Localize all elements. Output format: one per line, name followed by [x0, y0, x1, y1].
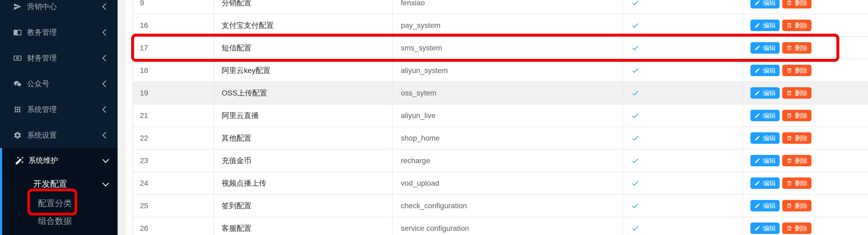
delete-button[interactable]: 删除: [782, 110, 811, 121]
sidebar-item-system-management[interactable]: 系统管理: [0, 97, 118, 122]
sidebar-item-system-settings[interactable]: 系统设置: [0, 122, 118, 148]
edit-button[interactable]: 编辑: [750, 42, 780, 54]
sidebar: 营销中心 教务管理 财务管理 公众号: [0, 0, 118, 235]
delete-button[interactable]: 删除: [782, 223, 811, 234]
content-panel: 9 分销配置 fenxiao 编辑 删除 16 支付宝支付配置 pay_syst…: [126, 0, 868, 235]
edit-button[interactable]: 编辑: [750, 177, 780, 189]
book-icon: [13, 28, 22, 37]
cell-name: 其他配置: [214, 127, 393, 149]
table-row: 19 OSS上传配置 oss_sytem 编辑 删除: [133, 82, 868, 104]
sidebar-item-finance-management[interactable]: 财务管理: [0, 45, 118, 71]
edit-button[interactable]: 编辑: [750, 223, 780, 234]
cell-name: 签到配置: [214, 195, 393, 217]
check-icon: [631, 89, 639, 97]
admin-app: 营销中心 教务管理 财务管理 公众号: [0, 0, 868, 235]
trash-icon: [786, 158, 792, 164]
cell-name: OSS上传配置: [214, 82, 393, 104]
magic-wand-icon: [15, 156, 24, 165]
sidebar-item-combined-data[interactable]: 组合数据: [2, 212, 118, 231]
pencil-icon: [754, 45, 761, 51]
cell-id: 19: [133, 82, 214, 104]
delete-button[interactable]: 删除: [782, 177, 811, 189]
trash-icon: [786, 112, 792, 119]
trash-icon: [786, 135, 792, 141]
sidebar-item-system-maintenance[interactable]: 系统维护: [2, 148, 118, 173]
edit-button[interactable]: 编辑: [750, 65, 780, 76]
cell-name: 支付宝支付配置: [214, 14, 393, 36]
delete-button[interactable]: 删除: [782, 200, 811, 211]
cell-status: [623, 0, 743, 14]
chevron-left-icon: [102, 106, 109, 113]
sidebar-item-marketing-center[interactable]: 营销中心: [0, 0, 118, 20]
delete-button[interactable]: 删除: [782, 0, 811, 8]
edit-button[interactable]: 编辑: [750, 155, 780, 166]
cell-actions: 编辑 删除: [743, 0, 868, 14]
delete-button[interactable]: 删除: [782, 132, 811, 144]
chevron-left-icon: [102, 55, 109, 61]
table-row: 17 短信配置 sms_system 编辑 删除: [133, 37, 868, 59]
sidebar-item-label: 营销中心: [27, 2, 57, 12]
check-icon: [631, 157, 639, 165]
delete-button-label: 删除: [795, 180, 807, 187]
pencil-icon: [754, 135, 761, 141]
edit-button-label: 编辑: [763, 180, 776, 187]
check-icon: [631, 0, 639, 7]
sidebar-item-label: 系统设置: [27, 130, 57, 140]
edit-button-label: 编辑: [763, 203, 776, 209]
chevron-left-icon: [102, 132, 109, 138]
edit-button[interactable]: 编辑: [750, 110, 780, 121]
delete-button-label: 删除: [795, 112, 807, 119]
edit-button[interactable]: 编辑: [750, 0, 780, 8]
sidebar-item-academic-management[interactable]: 教务管理: [0, 20, 118, 45]
cell-status: [623, 37, 743, 59]
edit-button-label: 编辑: [763, 90, 776, 96]
sidebar-item-dev-config[interactable]: 开发配置: [2, 173, 118, 195]
delete-button-label: 删除: [795, 203, 807, 209]
cell-key: fenxiao: [393, 0, 623, 14]
cell-key: recharge: [393, 149, 623, 172]
cell-id: 18: [133, 59, 214, 81]
sidebar-item-config-category[interactable]: 配置分类: [2, 195, 118, 212]
cell-actions: 编辑 删除: [743, 172, 868, 194]
pencil-icon: [754, 225, 761, 231]
edit-button-label: 编辑: [763, 45, 776, 51]
cell-key: vod_upload: [393, 172, 623, 194]
gear-icon: [13, 131, 22, 139]
delete-button-label: 删除: [795, 0, 807, 6]
cell-actions: 编辑 删除: [743, 149, 868, 172]
table-row: 25 签到配置 check_configuration 编辑 删除: [133, 195, 868, 217]
edit-button[interactable]: 编辑: [750, 200, 780, 211]
cell-id: 9: [133, 0, 214, 14]
cell-id: 21: [133, 104, 214, 127]
cell-actions: 编辑 删除: [743, 195, 868, 217]
chevron-down-icon: [102, 180, 109, 187]
cell-id: 23: [133, 149, 214, 172]
delete-button-label: 删除: [795, 22, 807, 29]
cell-id: 17: [133, 37, 214, 59]
trash-icon: [786, 22, 792, 28]
cell-actions: 编辑 删除: [743, 14, 868, 36]
trash-icon: [786, 225, 792, 231]
sidebar-item-label: 配置分类: [38, 198, 72, 209]
chevron-left-icon: [102, 3, 109, 10]
sidebar-item-official-account[interactable]: 公众号: [0, 71, 118, 97]
delete-button[interactable]: 删除: [782, 20, 811, 31]
cell-key: oss_sytem: [393, 82, 623, 104]
sidebar-menu: 营销中心 教务管理 财务管理 公众号: [0, 0, 118, 148]
table-row: 9 分销配置 fenxiao 编辑 删除: [133, 0, 868, 14]
pencil-icon: [754, 112, 761, 119]
delete-button[interactable]: 删除: [782, 155, 811, 166]
cell-id: 22: [133, 127, 214, 149]
edit-button[interactable]: 编辑: [750, 87, 780, 99]
cell-status: [623, 172, 743, 194]
delete-button[interactable]: 删除: [782, 42, 811, 54]
delete-button[interactable]: 删除: [782, 65, 811, 76]
edit-button[interactable]: 编辑: [750, 20, 780, 31]
cell-id: 25: [133, 195, 214, 217]
delete-button[interactable]: 删除: [782, 87, 811, 99]
cell-key: aliyun_system: [393, 59, 623, 81]
edit-button[interactable]: 编辑: [750, 132, 780, 144]
chevron-down-icon: [102, 156, 109, 163]
pencil-icon: [754, 158, 761, 164]
cell-name: 客服配置: [214, 217, 393, 235]
